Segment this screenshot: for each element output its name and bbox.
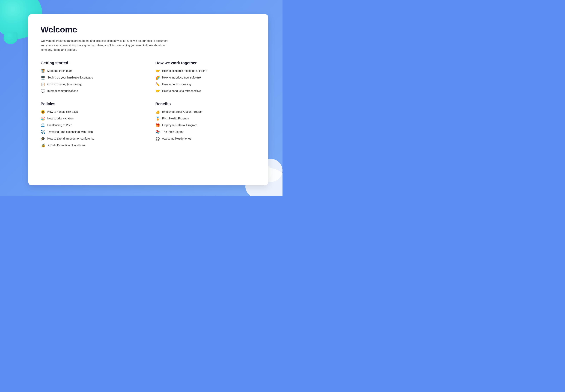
list-item[interactable]: 🤝How to schedule meetings at Pitch? <box>155 69 256 73</box>
section-title-benefits: Benefits <box>155 102 256 106</box>
list-item[interactable]: 📚The Pitch Library <box>155 130 256 134</box>
list-item-emoji: 💬 <box>41 89 45 93</box>
list-item-emoji: 🤝 <box>155 89 160 93</box>
page-title: Welcome <box>41 25 256 34</box>
list-item-emoji: 🔏 <box>41 143 45 147</box>
list-item-label: Pitch Health Program <box>162 117 189 120</box>
list-item[interactable]: 📋GDPR Training (mandatory) <box>41 82 141 86</box>
list-item-emoji: 🏅 <box>155 116 160 121</box>
list-item-label: How to introduce new software <box>162 76 201 79</box>
list-item-label: How to take vacation <box>47 117 74 120</box>
list-item-label: Internal communications <box>47 89 78 93</box>
list-item-label: How to conduct a retrospective <box>162 89 201 93</box>
list-item[interactable]: 🎓How to attend an event or conference <box>41 137 141 141</box>
section-list-benefits: 👍Employee Stock Option Program🏅Pitch Hea… <box>155 110 256 141</box>
list-item-label: Meet the Pitch team <box>47 69 72 72</box>
list-item-emoji: 🎓 <box>41 137 45 141</box>
list-item[interactable]: 🏅Pitch Health Program <box>155 116 256 121</box>
list-item-emoji: 🤒 <box>41 110 45 114</box>
list-item[interactable]: ✏️How to book a meeting <box>155 82 256 86</box>
section-title-policies: Policies <box>41 102 141 106</box>
section-title-how-we-work: How we work together <box>155 61 256 65</box>
list-item[interactable]: 🌊Freelancing at Pitch <box>41 123 141 127</box>
list-item-label: Employee Stock Option Program <box>162 110 203 113</box>
section-title-getting-started: Getting started <box>41 61 141 65</box>
list-item[interactable]: 👍Employee Stock Option Program <box>155 110 256 114</box>
list-item[interactable]: 💬Internal communications <box>41 89 141 93</box>
list-item-label: Setting up your hardware & software <box>47 76 93 79</box>
list-item-emoji: 📋 <box>41 82 45 86</box>
list-item[interactable]: 🤒How to handle sick days <box>41 110 141 114</box>
list-item[interactable]: 🔏↗ Data Protection / Handbook <box>41 143 141 147</box>
section-list-getting-started: 🧑‍🤝‍🧑Meet the Pitch team🖥️Setting up you… <box>41 69 141 93</box>
list-item-label: Employee Referral Program <box>162 124 197 127</box>
list-item-label: How to attend an event or conference <box>47 137 94 140</box>
section-list-how-we-work: 🤝How to schedule meetings at Pitch?🌈How … <box>155 69 256 93</box>
list-item[interactable]: 🎧Awesome Headphones <box>155 137 256 141</box>
list-item[interactable]: 🧑‍🤝‍🧑Meet the Pitch team <box>41 69 141 73</box>
list-item-label: GDPR Training (mandatory) <box>47 83 82 86</box>
list-item-label: Awesome Headphones <box>162 137 191 140</box>
list-item-label: How to book a meeting <box>162 83 191 86</box>
list-item-emoji: 🖥️ <box>41 75 45 80</box>
list-item-label: How to handle sick days <box>47 110 78 113</box>
list-item-emoji: 👍 <box>155 110 160 114</box>
list-item-emoji: 🏖️ <box>41 116 45 121</box>
list-item-emoji: 🤝 <box>155 69 160 73</box>
list-item[interactable]: 🤝How to conduct a retrospective <box>155 89 256 93</box>
list-item-emoji: 🌊 <box>41 123 45 127</box>
section-getting-started: Getting started🧑‍🤝‍🧑Meet the Pitch team🖥… <box>41 61 141 93</box>
welcome-description: We want to create a transparent, open, a… <box>41 39 171 52</box>
list-item-emoji: ✏️ <box>155 82 160 86</box>
list-item[interactable]: 🖥️Setting up your hardware & software <box>41 75 141 80</box>
list-item-label: The Pitch Library <box>162 130 183 134</box>
section-policies: Policies🤒How to handle sick days🏖️How to… <box>41 102 141 147</box>
list-item[interactable]: 🌈How to introduce new software <box>155 75 256 80</box>
list-item[interactable]: ✈️Traveling (and expensing) with Pitch <box>41 130 141 134</box>
main-card: Welcome We want to create a transparent,… <box>28 14 268 185</box>
section-list-policies: 🤒How to handle sick days🏖️How to take va… <box>41 110 141 147</box>
section-benefits: Benefits👍Employee Stock Option Program🏅P… <box>155 102 256 147</box>
list-item-emoji: 🎁 <box>155 123 160 127</box>
list-item[interactable]: 🎁Employee Referral Program <box>155 123 256 127</box>
sections-grid: Getting started🧑‍🤝‍🧑Meet the Pitch team🖥… <box>41 61 256 147</box>
section-how-we-work: How we work together🤝How to schedule mee… <box>155 61 256 93</box>
list-item[interactable]: 🏖️How to take vacation <box>41 116 141 121</box>
list-item-emoji: 🌈 <box>155 75 160 80</box>
list-item-emoji: 🧑‍🤝‍🧑 <box>41 69 45 73</box>
list-item-label: ↗ Data Protection / Handbook <box>47 144 85 147</box>
list-item-emoji: 🎧 <box>155 137 160 141</box>
list-item-label: Freelancing at Pitch <box>47 124 72 127</box>
list-item-emoji: 📚 <box>155 130 160 134</box>
list-item-label: Traveling (and expensing) with Pitch <box>47 130 93 134</box>
list-item-emoji: ✈️ <box>41 130 45 134</box>
list-item-label: How to schedule meetings at Pitch? <box>162 69 207 72</box>
